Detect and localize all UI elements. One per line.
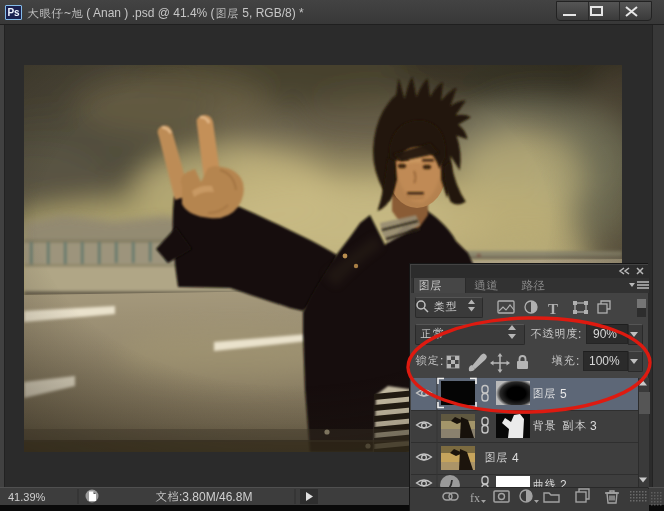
svg-text::3.80M/46.8M: :3.80M/46.8M [179, 490, 252, 504]
svg-text:5, RGB/8) *: 5, RGB/8) * [239, 6, 304, 20]
svg-text::: : [440, 354, 443, 368]
svg-text::: : [578, 327, 581, 341]
svg-text:4: 4 [512, 451, 519, 465]
svg-text:T: T [548, 301, 558, 317]
svg-text:3: 3 [590, 419, 597, 433]
svg-text:( Anan ) .psd @ 41.4% (: ( Anan ) .psd @ 41.4% ( [83, 6, 215, 20]
svg-text:~: ~ [64, 6, 71, 20]
svg-text:5: 5 [560, 387, 567, 401]
svg-text::: : [576, 354, 579, 368]
svg-text:fx: fx [470, 491, 480, 505]
svg-text:Ps: Ps [7, 7, 20, 18]
svg-text:41.39%: 41.39% [8, 491, 46, 503]
svg-text:100%: 100% [589, 354, 620, 368]
